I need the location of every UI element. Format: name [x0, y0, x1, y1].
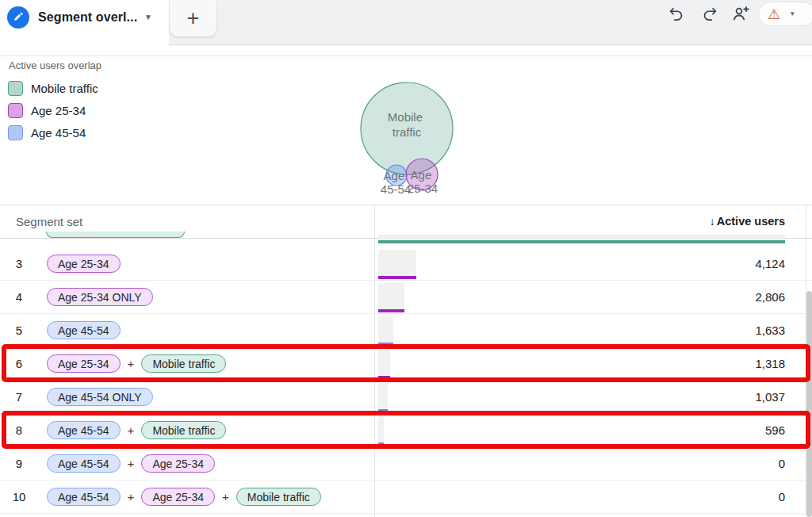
- value-bar-underline: [378, 376, 390, 379]
- toolbar-divider: [0, 56, 812, 56]
- value-bar: [378, 316, 393, 343]
- segment-plus-separator: +: [128, 457, 135, 470]
- legend-title: Active users overlap: [9, 59, 102, 71]
- segment-set-cell: Age 25-34+Mobile traffic: [47, 347, 226, 380]
- add-tab-button[interactable]: +: [170, 0, 216, 36]
- legend-label: Age 45-54: [31, 126, 86, 140]
- active-users-header-label: Active users: [717, 215, 785, 228]
- venn-label-age-25-34: Age 25-34: [408, 168, 438, 195]
- row-number: 10: [8, 481, 30, 513]
- active-users-value: 0: [779, 447, 785, 480]
- segment-plus-separator: +: [128, 357, 135, 370]
- pencil-icon: [13, 10, 25, 25]
- segment-set-cell: Age 45-54+Mobile traffic: [47, 414, 226, 446]
- segment-set-cell: Age 45-54+Age 25-34+Mobile traffic: [47, 481, 321, 513]
- value-bar-underline: [378, 276, 416, 279]
- segment-set-cell: Age 45-54+Age 25-34: [47, 447, 215, 480]
- active-users-value: 1,633: [755, 314, 785, 347]
- value-bar: [378, 416, 384, 442]
- segment-plus-separator: +: [128, 423, 135, 437]
- toolbar: + Segment overl... ▼ ⚠: [0, 0, 812, 45]
- row-number: 3: [8, 247, 30, 280]
- venn-legend: Active users overlap Mobile traffic Age …: [8, 59, 102, 144]
- value-bar: [378, 250, 416, 276]
- segment-chip[interactable]: Mobile traffic: [141, 421, 226, 439]
- table-row[interactable]: 9Age 45-54+Age 25-340: [0, 447, 812, 481]
- chevron-down-icon: ▼: [789, 10, 795, 17]
- table-rows: 3Age 25-344,1244Age 25-34 ONLY2,8065Age …: [0, 247, 812, 514]
- person-add-icon: [731, 4, 750, 26]
- segment-chip[interactable]: Age 45-54: [47, 488, 121, 506]
- value-bar-underline: [378, 409, 388, 412]
- title-caret-icon[interactable]: ▼: [144, 13, 152, 21]
- issues-dropdown-button[interactable]: ⚠ ▼: [758, 2, 812, 26]
- share-button[interactable]: [730, 5, 751, 25]
- clipped-segment-chip: [46, 232, 185, 238]
- clipped-row-bar: [378, 235, 785, 240]
- vertical-scrollbar[interactable]: [806, 291, 812, 517]
- row-number: 7: [8, 381, 30, 413]
- venn-diagram: Mobile traffic Age 45-54 Age 25-34: [333, 70, 508, 205]
- table-row[interactable]: 8Age 45-54+Mobile traffic596: [0, 414, 812, 447]
- legend-swatch-teal: [8, 81, 23, 96]
- legend-swatch-purple: [8, 103, 23, 118]
- segment-chip[interactable]: Age 25-34: [141, 488, 215, 506]
- legend-label: Age 25-34: [31, 104, 86, 117]
- segment-chip[interactable]: Mobile traffic: [141, 354, 226, 373]
- legend-label: Mobile traffic: [31, 82, 98, 95]
- active-users-value: 1,037: [755, 381, 785, 413]
- row-number: 8: [8, 414, 30, 446]
- undo-button[interactable]: [666, 5, 687, 25]
- exploration-logo: [7, 6, 29, 29]
- legend-swatch-blue: [8, 125, 23, 140]
- row-number: 9: [8, 447, 30, 480]
- row-number: 4: [8, 281, 30, 313]
- segment-plus-separator: +: [128, 490, 135, 504]
- legend-item-mobile-traffic: Mobile traffic: [8, 77, 102, 99]
- segment-plus-separator: +: [222, 490, 229, 504]
- active-users-value: 596: [765, 414, 785, 446]
- plus-icon: +: [187, 6, 200, 31]
- legend-item-age-25-34: Age 25-34: [8, 99, 102, 121]
- venn-label-age-45-54: Age 45-54: [381, 169, 411, 196]
- segment-set-cell: Age 45-54: [47, 314, 121, 347]
- warning-icon: ⚠: [768, 7, 780, 21]
- clipped-row-bar-underline: [378, 240, 785, 243]
- value-bar: [378, 383, 388, 409]
- redo-button[interactable]: [699, 5, 720, 25]
- table-row[interactable]: 5Age 45-541,633: [0, 314, 812, 347]
- value-bar-underline: [378, 343, 393, 346]
- segment-set-cell: Age 25-34: [47, 247, 121, 280]
- exploration-title[interactable]: Segment overl...: [38, 0, 137, 35]
- active-users-value: 0: [779, 481, 785, 513]
- segment-chip[interactable]: Mobile traffic: [236, 488, 321, 506]
- segment-chip[interactable]: Age 25-34: [47, 354, 121, 373]
- table-row[interactable]: 3Age 25-344,124: [0, 247, 812, 281]
- undo-icon: [668, 5, 685, 25]
- segment-chip[interactable]: Age 45-54: [47, 454, 121, 473]
- legend-item-age-45-54: Age 45-54: [8, 121, 102, 144]
- segment-set-cell: Age 45-54 ONLY: [47, 381, 153, 413]
- segment-chip[interactable]: Age 25-34: [47, 255, 121, 273]
- value-bar-underline: [378, 309, 404, 312]
- table-row[interactable]: 10Age 45-54+Age 25-34+Mobile traffic0: [0, 481, 812, 514]
- segment-chip[interactable]: Age 45-54 ONLY: [47, 388, 153, 406]
- active-users-column-header[interactable]: ↓ Active users: [710, 205, 785, 238]
- table-row[interactable]: 4Age 25-34 ONLY2,806: [0, 281, 812, 314]
- segment-chip[interactable]: Age 45-54: [47, 421, 121, 439]
- segment-chip[interactable]: Age 45-54: [47, 321, 121, 339]
- active-users-value: 2,806: [755, 281, 785, 313]
- value-bar-underline: [378, 442, 384, 446]
- value-bar: [378, 350, 390, 376]
- row-number: 6: [8, 347, 30, 380]
- segment-chip[interactable]: Age 25-34 ONLY: [47, 288, 153, 306]
- active-users-value: 4,124: [755, 247, 785, 280]
- segment-chip[interactable]: Age 25-34: [141, 454, 215, 473]
- table-row[interactable]: 6Age 25-34+Mobile traffic1,318: [0, 347, 812, 381]
- value-bar: [378, 283, 404, 309]
- segment-set-cell: Age 25-34 ONLY: [47, 281, 153, 313]
- sort-descending-icon: ↓: [710, 215, 715, 228]
- table-row[interactable]: 7Age 45-54 ONLY1,037: [0, 381, 812, 414]
- active-users-value: 1,318: [755, 347, 785, 380]
- row-number: 5: [8, 314, 30, 347]
